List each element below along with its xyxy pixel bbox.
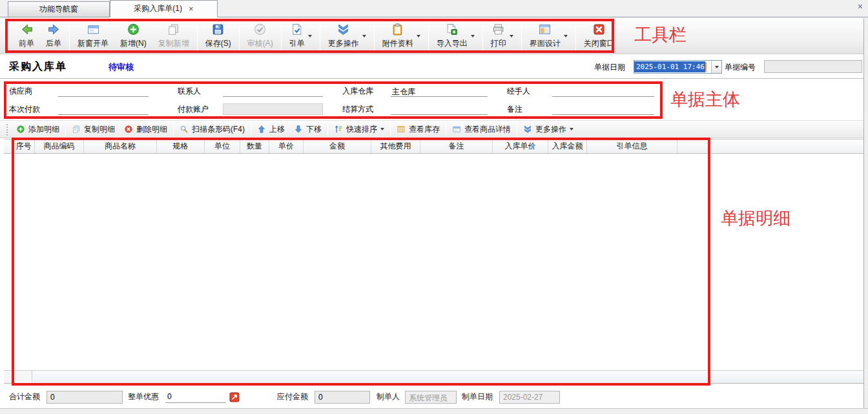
prev-doc-button[interactable]: 前单 [13, 20, 40, 52]
remark-input[interactable] [552, 103, 654, 115]
doc-date-input[interactable]: 2025-01-01 17:46 [634, 60, 722, 74]
dropdown-caret-icon[interactable] [308, 35, 312, 37]
toolbar-separator [390, 123, 391, 136]
delete-detail-button[interactable]: 删除明细 [119, 121, 172, 137]
dropdown-caret-icon[interactable] [570, 128, 574, 130]
import-export-button[interactable]: 导入导出 [431, 20, 480, 52]
delete-circle-icon [124, 125, 133, 134]
payment-account-label: 付款账户 [178, 104, 223, 115]
status-badge: 待审核 [108, 61, 134, 73]
dropdown-caret-icon[interactable] [362, 35, 366, 37]
page-title: 采购入库单 [9, 60, 67, 74]
discount-input[interactable]: 0 [165, 391, 226, 403]
handler-label: 经手人 [507, 86, 552, 97]
contact-label: 联系人 [178, 86, 223, 97]
detail-toolbar: 添加明细 复制明细 删除明细 扫描条形码(F4) 上移 下移 快速排序 查看库存… [0, 120, 863, 138]
contact-input[interactable] [223, 85, 323, 97]
move-up-button[interactable]: 上移 [253, 121, 289, 137]
form-row-2: 本次付款 付款账户 结算方式 备注 [0, 101, 863, 117]
form-row-1: 供应商 联系人 入库仓库 主仓库 经手人 [0, 83, 863, 99]
discount-edit-icon[interactable] [229, 392, 240, 402]
toolbar-separator [251, 123, 251, 136]
grid-header-row: 序号 商品编码 商品名称 规格 单位 数量 单价 金额 其他费用 备注 入库单价… [4, 139, 863, 154]
column-header-spec[interactable]: 规格 [157, 140, 205, 153]
dropdown-caret-icon[interactable] [471, 35, 475, 37]
toolbar-separator [374, 22, 375, 50]
toolbar-separator [320, 22, 320, 50]
doc-number-input[interactable] [764, 60, 862, 73]
detail-toolbar-grip[interactable] [6, 124, 8, 136]
date-dropdown-button[interactable] [711, 61, 721, 73]
new-window-doc-button[interactable]: 新窗开单 [72, 20, 114, 52]
supplier-input[interactable] [58, 85, 149, 97]
toolbar-separator [69, 22, 70, 50]
dropdown-caret-icon[interactable] [564, 35, 568, 37]
dropdown-caret-icon[interactable] [380, 128, 384, 130]
dropdown-caret-icon[interactable] [510, 35, 513, 37]
created-date-field: 2025-02-27 [499, 391, 560, 404]
add-new-button[interactable]: 新增(N) [114, 20, 152, 52]
column-header-inbound-price[interactable]: 入库单价 [493, 140, 548, 153]
settlement-input[interactable] [391, 103, 488, 115]
column-header-other-fee[interactable]: 其他费用 [371, 140, 420, 153]
window-right-edge [863, 18, 868, 408]
tab-close-icon[interactable]: × [189, 4, 194, 14]
toolbar-separator [521, 22, 522, 50]
move-down-button[interactable]: 下移 [289, 121, 326, 137]
print-button[interactable]: 打印 [485, 20, 519, 52]
column-header-seq[interactable]: 序号 [13, 140, 35, 153]
tab-label: 功能导航窗 [39, 4, 78, 15]
attachments-button[interactable]: 附件资料 [377, 20, 426, 52]
view-stock-button[interactable]: 查看库存 [392, 121, 444, 137]
grid-body[interactable] [4, 154, 863, 370]
status-bar [0, 408, 868, 414]
tab-function-nav[interactable]: 功能导航窗 [8, 1, 110, 17]
copy-new-button[interactable]: 复制新增 [152, 20, 195, 52]
close-window-icon [592, 23, 606, 36]
column-header-qty[interactable]: 数量 [240, 140, 269, 153]
view-product-detail-button[interactable]: 查看商品详情 [448, 121, 515, 137]
payment-account-input[interactable] [223, 103, 323, 115]
audit-button[interactable]: 审核(A) [242, 20, 279, 52]
handler-input[interactable] [552, 85, 654, 97]
column-header-amount[interactable]: 金额 [304, 140, 371, 153]
detail-more-actions-button[interactable]: 更多操作 [519, 121, 578, 137]
window-close-icon[interactable]: × [858, 2, 863, 11]
payable-amount-field: 0 [315, 391, 370, 404]
double-chevron-down-icon [336, 23, 350, 36]
warehouse-input[interactable]: 主仓库 [391, 85, 488, 97]
column-header-inbound-amount[interactable]: 入库金额 [548, 140, 587, 153]
warehouse-label: 入库仓库 [342, 86, 391, 97]
copy-detail-button[interactable]: 复制明细 [67, 121, 119, 137]
column-header-code[interactable]: 商品编码 [35, 140, 84, 153]
payment-input[interactable] [58, 103, 149, 115]
toolbar-separator [428, 22, 429, 50]
toolbar-grip[interactable] [6, 25, 8, 48]
save-button[interactable]: 保存(S) [200, 20, 237, 52]
arrow-right-icon [47, 23, 61, 36]
printer-icon [491, 23, 505, 36]
total-amount-field: 0 [46, 391, 123, 404]
close-window-button[interactable]: 关闭窗口 [578, 20, 621, 52]
add-detail-button[interactable]: 添加明细 [12, 121, 64, 137]
column-header-unit[interactable]: 单位 [205, 140, 240, 153]
arrow-left-icon [20, 23, 34, 36]
dropdown-caret-icon[interactable] [417, 35, 420, 37]
pull-doc-button[interactable]: 引单 [284, 20, 318, 52]
tab-purchase-inbound[interactable]: 采购入库单(1) × [110, 0, 218, 17]
column-header-pull-info[interactable]: 引单信息 [587, 140, 677, 153]
stock-grid-icon [397, 125, 406, 134]
column-header-remark[interactable]: 备注 [420, 140, 493, 153]
toolbar-separator [173, 123, 174, 136]
scan-barcode-button[interactable]: 扫描条形码(F4) [175, 121, 249, 137]
more-actions-button[interactable]: 更多操作 [322, 20, 372, 52]
column-header-filler [677, 140, 863, 153]
column-header-name[interactable]: 商品名称 [84, 140, 157, 153]
toolbar-separator [482, 22, 483, 50]
column-header-price[interactable]: 单价 [269, 140, 304, 153]
grid-summary-row [4, 370, 863, 384]
next-doc-button[interactable]: 后单 [40, 20, 67, 52]
quick-sort-button[interactable]: 快速排序 [329, 121, 389, 137]
ui-design-button[interactable]: 界面设计 [524, 20, 574, 52]
doc-date-value: 2025-01-01 17:46 [634, 61, 705, 72]
